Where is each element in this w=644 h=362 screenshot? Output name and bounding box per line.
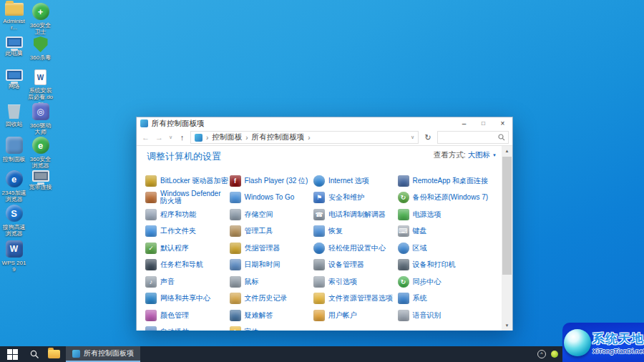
cp-item-mouse[interactable]: 鼠标 — [230, 273, 314, 290]
refresh-button[interactable]: ↻ — [421, 133, 434, 142]
desktop-icon-wps-2019[interactable]: WWPS 2019 — [1, 240, 27, 273]
cp-item-sync-center[interactable]: ↻同步中心 — [398, 273, 482, 290]
cp-item-remoteapp-connections[interactable]: RemoteApp 和桌面连接 — [398, 172, 482, 190]
view-by-value[interactable]: 大图标 — [468, 150, 491, 160]
cp-item-indexing-options[interactable]: 索引选项 — [313, 273, 398, 290]
search-box[interactable] — [437, 131, 509, 144]
cp-item-label: 字体 — [245, 328, 259, 331]
start-button[interactable] — [6, 348, 19, 361]
cp-item-fonts[interactable]: A字体 — [230, 324, 314, 331]
cp-item-file-explorer-options[interactable]: 文件资源管理器选项 — [313, 290, 398, 308]
file-history-icon — [230, 293, 241, 304]
region-icon — [398, 243, 409, 254]
cp-item-windows-to-go[interactable]: Windows To Go — [230, 190, 314, 207]
scrollbar-thumb[interactable] — [502, 157, 512, 275]
taskbar-search-button[interactable] — [28, 350, 41, 359]
cp-item-backup-restore[interactable]: ↻备份和还原(Windows 7) — [398, 190, 482, 207]
cp-item-flash-player[interactable]: fFlash Player (32 位) — [230, 172, 314, 190]
desktop-icon-broadband-connection[interactable]: 宽带连接 — [27, 170, 54, 190]
cp-item-devices-printers[interactable]: 设备和打印机 — [398, 257, 482, 274]
back-button[interactable]: ← — [140, 133, 151, 142]
cp-item-label: 轻松使用设置中心 — [328, 245, 386, 252]
power-options-icon — [398, 209, 409, 220]
desktop-icon-360-secure-browser[interactable]: e360安全浏览器 — [27, 137, 54, 169]
360-tray-icon[interactable] — [551, 351, 558, 358]
desktop-icon-user-folder[interactable]: Administr... — [1, 3, 27, 31]
cp-item-network-sharing-center[interactable]: 网络和共享中心 — [145, 290, 230, 308]
breadcrumb-dropdown-icon[interactable]: ∨ — [411, 134, 414, 140]
cp-item-work-folders[interactable]: 工作文件夹 — [145, 223, 230, 240]
desktop-icon-label: 网络 — [1, 83, 27, 89]
cp-item-user-accounts[interactable]: 用户帐户 — [313, 307, 398, 324]
cp-item-region[interactable]: 区域 — [398, 240, 482, 257]
cp-item-administrative-tools[interactable]: 管理工具 — [230, 223, 314, 240]
desktop-icon-label: 360杀毒 — [27, 54, 54, 61]
cp-item-recovery[interactable]: 恢复 — [313, 223, 398, 240]
cp-item-security-maintenance[interactable]: ⚑安全和维护 — [313, 190, 398, 207]
desktop-icon-2345-browser[interactable]: e2345加速浏览器 — [1, 170, 27, 202]
scroll-down-icon[interactable]: ▼ — [502, 321, 512, 331]
360-secure-browser-icon: e — [32, 137, 49, 154]
cp-item-autoplay[interactable]: 自动播放 — [145, 324, 230, 331]
ease-of-access-icon — [313, 243, 325, 254]
file-explorer-button[interactable] — [48, 350, 60, 358]
search-icon — [498, 134, 505, 141]
cp-item-system[interactable]: 系统 — [398, 290, 482, 308]
maximize-button[interactable]: □ — [474, 117, 493, 129]
desktop-icon-control-panel-shortcut[interactable]: 控制面板 — [1, 137, 27, 162]
cp-item-device-manager[interactable]: 设备管理器 — [313, 257, 398, 274]
desktop-icon-sogou-browser[interactable]: S搜狗高速浏览器 — [1, 205, 27, 237]
cp-item-ease-of-access[interactable]: 轻松使用设置中心 — [313, 240, 398, 257]
keyboard-icon: ⌨ — [398, 225, 409, 237]
up-button[interactable]: ↑ — [177, 133, 187, 142]
cp-item-credential-manager[interactable]: 凭据管理器 — [230, 240, 314, 257]
cp-item-defender-firewall[interactable]: Windows Defender 防火墙 — [145, 190, 230, 207]
scroll-up-icon[interactable]: ▲ — [502, 146, 512, 156]
desktop-icon-network[interactable]: 网络 — [1, 69, 27, 89]
cp-item-storage-spaces[interactable]: 存储空间 — [230, 206, 314, 223]
taskbar-task-control-panel[interactable]: 所有控制面板项 — [66, 346, 140, 362]
vertical-scrollbar[interactable]: ▲ ▼ — [502, 146, 512, 331]
desktop-icon-setup-readme-docx[interactable]: W系统安装后必看.docx — [27, 69, 54, 107]
cp-item-speech-recognition[interactable]: 语音识别 — [398, 307, 482, 324]
watermark-site: XiTongTianDi.net — [592, 348, 644, 355]
work-folders-icon — [145, 225, 157, 237]
network-icon — [6, 69, 23, 81]
cp-item-phone-modem[interactable]: ☎电话和调制解调器 — [313, 206, 398, 223]
breadcrumb-control-panel[interactable]: 控制面板 — [212, 132, 242, 142]
cp-item-programs-features[interactable]: 程序和功能 — [145, 206, 230, 223]
cp-item-label: 电话和调制解调器 — [328, 211, 386, 218]
360-driver-master-icon: ◎ — [32, 103, 49, 120]
cp-item-file-history[interactable]: 文件历史记录 — [230, 290, 314, 308]
security-maintenance-icon: ⚑ — [313, 192, 325, 203]
cp-item-keyboard[interactable]: ⌨键盘 — [398, 223, 482, 240]
cp-item-taskbar-navigation[interactable]: 任务栏和导航 — [145, 257, 230, 274]
cp-item-color-management[interactable]: 颜色管理 — [145, 307, 230, 324]
desktop-icon-recycle-bin[interactable]: 回收站 — [1, 103, 27, 127]
close-button[interactable]: × — [493, 117, 512, 129]
desktop-icon-360-safe-guard[interactable]: +360安全卫士 — [27, 3, 54, 35]
recovery-icon — [313, 225, 325, 237]
hidden-icons-chevron-icon[interactable]: ^ — [537, 350, 546, 358]
breadcrumb[interactable]: › 控制面板 › 所有控制面板项 › ∨ — [190, 131, 419, 144]
administrative-tools-icon — [230, 225, 241, 237]
search-input[interactable] — [441, 134, 498, 142]
recent-locations-chevron-icon[interactable]: ∨ — [167, 134, 174, 140]
cp-item-sound[interactable]: ♪声音 — [145, 273, 230, 290]
minimize-button[interactable]: – — [454, 117, 474, 129]
cp-item-power-options[interactable]: 电源选项 — [398, 206, 482, 223]
desktop-icon-360-antivirus[interactable]: 360杀毒 — [27, 36, 54, 61]
cp-item-label: 声音 — [160, 278, 175, 285]
flash-player-icon: f — [230, 175, 241, 187]
desktop-icon-360-driver-master[interactable]: ◎360驱动大师 — [27, 103, 54, 135]
view-by-control[interactable]: 查看方式: 大图标 ▼ — [434, 150, 497, 160]
cp-item-troubleshooting[interactable]: 疑难解答 — [230, 307, 314, 324]
cp-item-internet-options[interactable]: Internet 选项 — [313, 172, 398, 190]
cp-item-bitlocker[interactable]: BitLocker 驱动器加密 — [145, 172, 230, 190]
desktop-icon-this-pc[interactable]: 此电脑 — [1, 36, 27, 57]
breadcrumb-all-items[interactable]: 所有控制面板项 — [252, 132, 305, 142]
title-bar[interactable]: 所有控制面板项 – □ × — [137, 117, 512, 129]
cp-item-date-time[interactable]: 日期和时间 — [230, 257, 314, 274]
cp-item-default-programs[interactable]: ✓默认程序 — [145, 240, 230, 257]
forward-button[interactable]: → — [154, 133, 165, 142]
